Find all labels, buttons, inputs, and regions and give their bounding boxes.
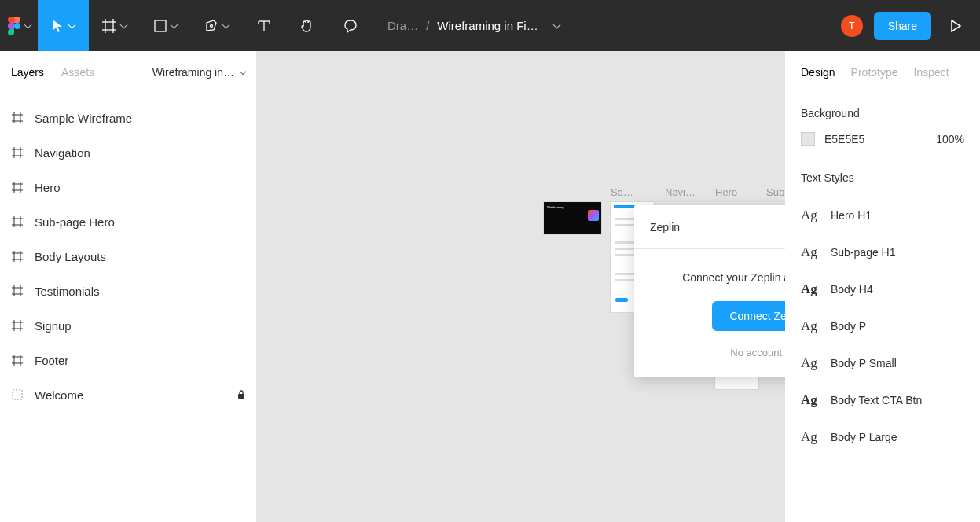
background-opacity[interactable]: 100% xyxy=(936,133,964,145)
layer-label: Navigation xyxy=(35,146,90,160)
chevron-down-icon xyxy=(240,68,246,74)
text-style-label: Body Text CTA Btn xyxy=(831,394,922,406)
frame-icon xyxy=(11,250,24,263)
frame-icon xyxy=(11,181,24,193)
page-selector[interactable]: Wireframing in… xyxy=(152,66,245,79)
main-menu-button[interactable] xyxy=(0,0,38,51)
layer-item[interactable]: Footer xyxy=(0,343,256,377)
frame-icon xyxy=(11,319,24,332)
file-title[interactable]: Wireframing in Fi… xyxy=(437,19,538,32)
text-sample-icon: Ag xyxy=(801,355,820,371)
svg-rect-42 xyxy=(13,390,22,399)
layer-item[interactable]: Sample Wireframe xyxy=(0,101,256,135)
modal-footer: No account yet? Sign up. xyxy=(650,347,785,358)
frame-label[interactable]: Sa… xyxy=(611,186,642,198)
layer-list: Sample WireframeNavigationHeroSub-page H… xyxy=(0,94,256,418)
right-panel-tabs: Design Prototype Inspect xyxy=(785,51,980,94)
frame-icon xyxy=(11,354,24,366)
background-swatch[interactable] xyxy=(801,132,815,146)
background-section: Background E5E5E5 100% xyxy=(785,94,980,159)
canvas[interactable]: Sa… Navi… Hero Sub-… Bod… Test… Sign… Fo… xyxy=(257,51,785,522)
frame-icon xyxy=(11,112,24,124)
text-style-item[interactable]: AgBody H4 xyxy=(801,270,964,307)
tab-prototype[interactable]: Prototype xyxy=(851,66,898,79)
selection-icon xyxy=(11,388,24,401)
text-styles-section: Text Styles AgHero H1AgSub-page H1AgBody… xyxy=(785,159,980,468)
frame-label[interactable]: Navi… xyxy=(665,186,704,198)
text-style-item[interactable]: AgBody P Large xyxy=(801,418,964,455)
breadcrumb-parent[interactable]: Dra… xyxy=(387,19,418,32)
move-tool-button[interactable] xyxy=(38,0,89,51)
text-style-label: Body P Small xyxy=(831,357,897,369)
hand-icon xyxy=(300,19,314,33)
text-styles-heading: Text Styles xyxy=(801,171,964,184)
breadcrumb-separator: / xyxy=(426,19,429,32)
text-style-item[interactable]: AgSub-page H1 xyxy=(801,233,964,270)
frame-tool-button[interactable] xyxy=(89,0,140,51)
tab-design[interactable]: Design xyxy=(801,66,835,79)
text-sample-icon: Ag xyxy=(801,208,820,223)
text-sample-icon: Ag xyxy=(801,281,820,297)
layer-item[interactable]: Navigation xyxy=(0,135,256,170)
figma-logo-icon xyxy=(8,17,20,35)
layer-label: Hero xyxy=(35,181,61,194)
right-panel: Design Prototype Inspect Background E5E5… xyxy=(785,51,980,522)
frame-icon xyxy=(11,215,24,228)
text-style-item[interactable]: AgBody P Small xyxy=(801,344,964,381)
text-style-label: Hero H1 xyxy=(831,209,872,222)
modal-header: Zeplin xyxy=(634,205,785,249)
shape-tool-button[interactable] xyxy=(140,0,191,51)
lock-icon[interactable] xyxy=(237,390,245,399)
layer-item[interactable]: Hero xyxy=(0,170,256,204)
frame-label[interactable]: Sub-… xyxy=(766,186,785,198)
pen-icon xyxy=(204,19,218,33)
left-panel-tabs: Layers Assets Wireframing in… xyxy=(0,51,256,94)
layer-item[interactable]: Sub-page Hero xyxy=(0,204,256,239)
svg-point-5 xyxy=(211,24,213,27)
rectangle-icon xyxy=(154,20,167,32)
cursor-icon xyxy=(52,19,64,33)
canvas-frame[interactable]: Wireframing xyxy=(544,202,601,234)
layer-label: Body Layouts xyxy=(35,250,106,263)
text-style-item[interactable]: AgBody Text CTA Btn xyxy=(801,381,964,418)
text-style-item[interactable]: AgBody P xyxy=(801,307,964,344)
text-style-label: Body H4 xyxy=(831,283,873,296)
comment-icon xyxy=(343,19,358,33)
top-toolbar: Dra… / Wireframing in Fi… T Share xyxy=(0,0,980,51)
breadcrumb: Dra… / Wireframing in Fi… xyxy=(387,19,560,32)
layer-label: Sample Wireframe xyxy=(35,112,132,125)
text-sample-icon: Ag xyxy=(801,429,820,445)
text-style-item[interactable]: AgHero H1 xyxy=(801,197,964,233)
present-button[interactable] xyxy=(942,13,969,39)
tab-inspect[interactable]: Inspect xyxy=(914,66,949,79)
layer-label: Testimonials xyxy=(35,285,100,298)
modal-message: Connect your Zeplin account to get start… xyxy=(650,271,785,284)
layer-item[interactable]: Signup xyxy=(0,308,256,343)
text-sample-icon: Ag xyxy=(801,318,820,334)
hand-tool-button[interactable] xyxy=(285,0,329,51)
frame-label[interactable]: Hero xyxy=(715,186,754,198)
text-tool-button[interactable] xyxy=(242,0,285,51)
pen-tool-button[interactable] xyxy=(191,0,242,51)
tab-layers[interactable]: Layers xyxy=(11,66,44,79)
play-icon xyxy=(950,20,961,32)
layer-label: Signup xyxy=(35,319,72,333)
text-icon xyxy=(258,20,270,32)
frame-icon xyxy=(102,19,116,33)
svg-rect-43 xyxy=(238,394,244,399)
user-avatar[interactable]: T xyxy=(841,15,863,37)
svg-rect-4 xyxy=(155,20,166,31)
left-panel: Layers Assets Wireframing in… Sample Wir… xyxy=(0,51,257,522)
layer-label: Footer xyxy=(35,354,68,367)
chevron-down-icon[interactable] xyxy=(552,20,560,28)
share-button[interactable]: Share xyxy=(874,12,931,40)
layer-item[interactable]: Welcome xyxy=(0,377,256,412)
background-hex[interactable]: E5E5E5 xyxy=(824,133,864,145)
tab-assets[interactable]: Assets xyxy=(61,66,94,79)
layer-item[interactable]: Testimonials xyxy=(0,274,256,308)
comment-tool-button[interactable] xyxy=(329,0,372,51)
frame-icon xyxy=(11,285,24,297)
connect-zeplin-button[interactable]: Connect Zeplin account xyxy=(712,301,785,331)
layer-item[interactable]: Body Layouts xyxy=(0,239,256,274)
modal-title: Zeplin xyxy=(650,221,680,233)
